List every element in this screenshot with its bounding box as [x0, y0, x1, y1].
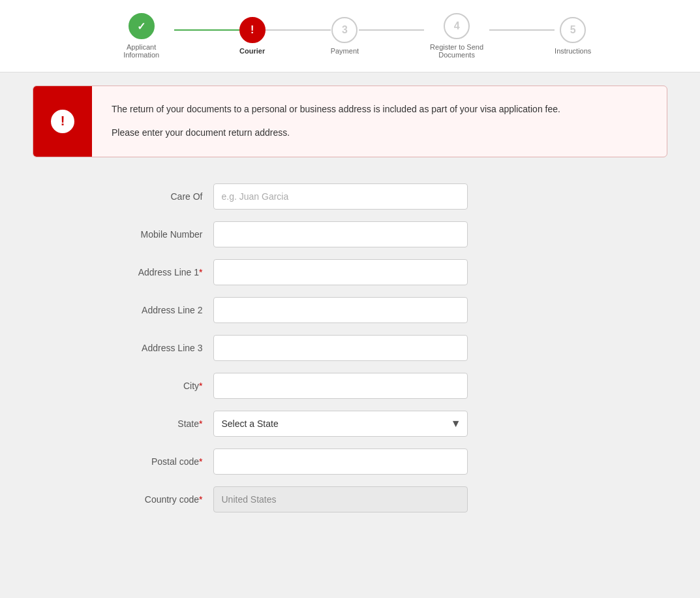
step-circle-5: 5 — [560, 17, 586, 43]
city-row: City* — [83, 373, 618, 399]
postal-input[interactable] — [213, 448, 468, 475]
address1-row: Address Line 1* — [83, 259, 618, 285]
connector-1 — [174, 29, 239, 31]
care-of-input[interactable] — [213, 183, 468, 210]
address3-label: Address Line 3 — [83, 343, 213, 353]
alert-content: The return of your documents to a person… — [92, 86, 580, 157]
alert-icon: ! — [51, 110, 74, 133]
city-input[interactable] — [213, 373, 468, 399]
address3-row: Address Line 3 — [83, 335, 618, 361]
step-number-5: 5 — [570, 24, 576, 36]
progress-bar: ✓ Applicant Information ! Courier 3 Paym… — [0, 0, 700, 72]
care-of-label: Care Of — [83, 191, 213, 202]
checkmark-icon: ✓ — [137, 20, 145, 33]
connector-3 — [359, 29, 424, 31]
country-input — [213, 486, 468, 512]
step-label-1: Applicant Information — [109, 43, 174, 59]
mobile-label: Mobile Number — [83, 229, 213, 240]
address2-input[interactable] — [213, 297, 468, 323]
exclaim-icon-2: ! — [251, 24, 254, 36]
step-label-4: Register to Send Documents — [424, 43, 489, 59]
step-label-2: Courier — [239, 47, 265, 55]
mobile-input[interactable] — [213, 221, 468, 247]
step-number-3: 3 — [342, 24, 348, 36]
postal-required: * — [199, 456, 202, 467]
alert-line-1: The return of your documents to a person… — [112, 102, 560, 118]
step-payment: 3 Payment — [331, 17, 359, 55]
step-circle-1: ✓ — [129, 13, 155, 39]
address1-label: Address Line 1* — [83, 267, 213, 277]
alert-box: ! The return of your documents to a pers… — [33, 86, 667, 157]
address2-label: Address Line 2 — [83, 305, 213, 315]
postal-row: Postal code* — [83, 448, 618, 475]
form-area: Care Of Mobile Number Address Line 1* Ad… — [57, 170, 644, 550]
step-circle-3: 3 — [331, 17, 358, 43]
step-instructions: 5 Instructions — [555, 17, 591, 55]
step-courier: ! Courier — [239, 17, 266, 55]
step-label-5: Instructions — [555, 47, 591, 55]
state-required: * — [199, 418, 202, 429]
address1-input[interactable] — [213, 259, 468, 285]
country-label: Country code* — [83, 494, 213, 505]
step-number-4: 4 — [454, 20, 460, 32]
connector-4 — [489, 29, 555, 31]
step-circle-2: ! — [239, 17, 266, 43]
alert-sidebar: ! — [33, 86, 92, 157]
state-select-wrapper: Select a State Alabama Alaska Arizona Ca… — [213, 411, 468, 437]
city-required: * — [199, 381, 202, 391]
connector-2 — [266, 29, 331, 31]
postal-label: Postal code* — [83, 456, 213, 467]
care-of-row: Care Of — [83, 183, 618, 210]
city-label: City* — [83, 381, 213, 391]
address1-required: * — [199, 267, 202, 277]
step-register: 4 Register to Send Documents — [424, 13, 489, 59]
address3-input[interactable] — [213, 335, 468, 361]
step-label-3: Payment — [331, 47, 359, 55]
alert-line-2: Please enter your document return addres… — [112, 125, 560, 141]
step-applicant-information: ✓ Applicant Information — [109, 13, 174, 59]
country-required: * — [199, 494, 202, 505]
mobile-number-row: Mobile Number — [83, 221, 618, 247]
address2-row: Address Line 2 — [83, 297, 618, 323]
country-row: Country code* — [83, 486, 618, 512]
state-select[interactable]: Select a State Alabama Alaska Arizona Ca… — [213, 411, 468, 437]
step-circle-4: 4 — [444, 13, 470, 39]
state-row: State* Select a State Alabama Alaska Ari… — [83, 411, 618, 437]
state-label: State* — [83, 418, 213, 429]
